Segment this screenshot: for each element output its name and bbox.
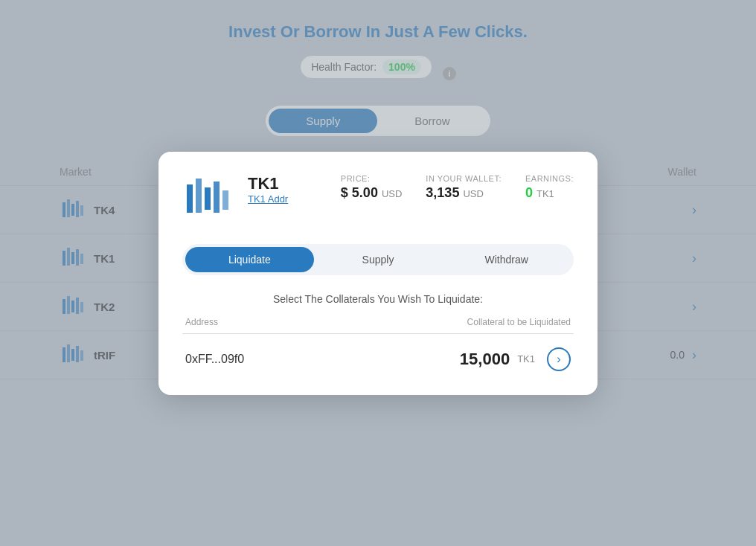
earnings-stat: EARNINGS: 0 TK1 — [525, 174, 574, 201]
price-stat: PRICE: $ 5.00 USD — [341, 174, 403, 201]
liquidate-title: Select The Collaterals You Wish To Liqui… — [182, 293, 574, 305]
supply-tab-button-modal[interactable]: Supply — [314, 247, 443, 272]
svg-rect-20 — [187, 184, 193, 213]
liquidate-table-header: Address Collateral to be Liquidated — [182, 317, 574, 334]
col-collateral-header: Collateral to be Liquidated — [467, 317, 571, 327]
modal-token-info: TK1 TK1 Addr — [248, 174, 327, 205]
wallet-stat: IN YOUR WALLET: 3,135 USD — [426, 174, 502, 201]
modal-stats: PRICE: $ 5.00 USD IN YOUR WALLET: 3,135 … — [341, 174, 574, 201]
col-address-header: Address — [185, 317, 218, 327]
withdraw-tab-button[interactable]: Withdraw — [442, 247, 571, 272]
svg-rect-21 — [196, 179, 202, 213]
price-label: PRICE: — [341, 174, 403, 183]
modal-header: TK1 TK1 Addr PRICE: $ 5.00 USD IN YOUR W… — [182, 174, 574, 226]
modal: TK1 TK1 Addr PRICE: $ 5.00 USD IN YOUR W… — [158, 152, 598, 395]
svg-rect-23 — [214, 182, 220, 213]
liquidate-amount-group: 15,000 TK1 › — [460, 347, 571, 371]
liquidate-row-arrow[interactable]: › — [547, 347, 571, 371]
modal-tab-toggle: Liquidate Supply Withdraw — [182, 244, 574, 275]
modal-token-addr[interactable]: TK1 Addr — [248, 193, 327, 205]
modal-token-logo — [182, 174, 234, 226]
page-background: Invest Or Borrow In Just A Few Clicks. H… — [0, 0, 756, 546]
wallet-label: IN YOUR WALLET: — [426, 174, 502, 183]
earnings-value: 0 TK1 — [525, 185, 574, 201]
price-value: $ 5.00 USD — [341, 185, 403, 201]
svg-rect-24 — [222, 190, 228, 210]
modal-overlay: TK1 TK1 Addr PRICE: $ 5.00 USD IN YOUR W… — [0, 0, 756, 546]
liquidate-row: 0xFF...09f0 15,000 TK1 › — [182, 334, 574, 371]
liquidate-amount: 15,000 — [460, 350, 510, 369]
earnings-label: EARNINGS: — [525, 174, 574, 183]
modal-token-name: TK1 — [248, 174, 327, 193]
liquidate-tab-button[interactable]: Liquidate — [185, 247, 314, 272]
svg-rect-22 — [205, 187, 211, 210]
liquidate-token: TK1 — [517, 353, 535, 364]
liquidate-address: 0xFF...09f0 — [185, 353, 244, 366]
liquidate-content: Select The Collaterals You Wish To Liqui… — [182, 293, 574, 371]
wallet-value: 3,135 USD — [426, 185, 502, 201]
